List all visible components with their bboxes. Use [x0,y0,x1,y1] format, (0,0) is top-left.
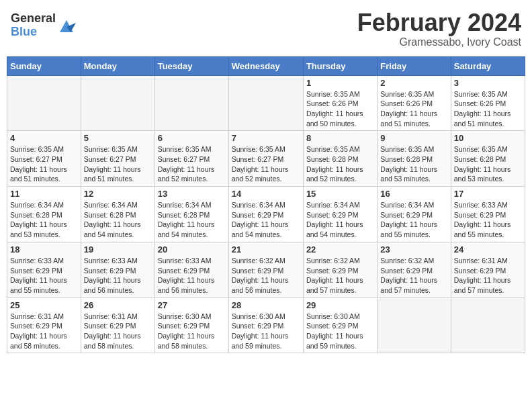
day-number: 8 [306,133,374,143]
day-info: Sunrise: 6:32 AM Sunset: 6:29 PM Dayligh… [232,256,300,295]
calendar-cell: 26Sunrise: 6:31 AM Sunset: 6:29 PM Dayli… [81,298,154,353]
month-title: February 2024 [357,9,521,36]
calendar-cell [228,75,303,131]
day-number: 1 [306,78,374,88]
day-number: 21 [232,244,300,255]
day-info: Sunrise: 6:35 AM Sunset: 6:27 PM Dayligh… [10,144,78,184]
calendar-cell: 25Sunrise: 6:31 AM Sunset: 6:29 PM Dayli… [7,298,81,353]
day-info: Sunrise: 6:35 AM Sunset: 6:26 PM Dayligh… [380,89,447,129]
page-header: General Blue February 2024 Gramessabo, I… [7,7,525,51]
calendar-cell: 28Sunrise: 6:30 AM Sunset: 6:29 PM Dayli… [228,298,303,353]
calendar-cell: 29Sunrise: 6:30 AM Sunset: 6:29 PM Dayli… [303,298,377,353]
calendar-table: SundayMondayTuesdayWednesdayThursdayFrid… [7,56,525,354]
calendar-cell: 16Sunrise: 6:34 AM Sunset: 6:29 PM Dayli… [378,187,451,242]
day-info: Sunrise: 6:34 AM Sunset: 6:29 PM Dayligh… [380,200,447,240]
title-area: February 2024 Gramessabo, Ivory Coast [357,9,521,48]
calendar-cell: 20Sunrise: 6:33 AM Sunset: 6:29 PM Dayli… [154,242,228,298]
weekday-header: Friday [378,56,451,75]
calendar-cell: 22Sunrise: 6:32 AM Sunset: 6:29 PM Dayli… [303,242,377,298]
calendar-cell [81,75,154,131]
day-info: Sunrise: 6:33 AM Sunset: 6:29 PM Dayligh… [10,256,78,295]
logo-blue: Blue [11,26,56,39]
day-info: Sunrise: 6:35 AM Sunset: 6:28 PM Dayligh… [454,144,522,184]
day-info: Sunrise: 6:35 AM Sunset: 6:26 PM Dayligh… [306,89,374,129]
calendar-header-row: SundayMondayTuesdayWednesdayThursdayFrid… [7,56,525,75]
day-info: Sunrise: 6:33 AM Sunset: 6:29 PM Dayligh… [158,256,226,295]
calendar-cell: 2Sunrise: 6:35 AM Sunset: 6:26 PM Daylig… [378,75,451,131]
calendar-cell: 9Sunrise: 6:35 AM Sunset: 6:28 PM Daylig… [378,131,451,187]
calendar-week-row: 4Sunrise: 6:35 AM Sunset: 6:27 PM Daylig… [7,131,525,187]
calendar-cell [7,75,81,131]
calendar-cell: 19Sunrise: 6:33 AM Sunset: 6:29 PM Dayli… [81,242,154,298]
day-number: 2 [380,78,447,88]
calendar-cell: 4Sunrise: 6:35 AM Sunset: 6:27 PM Daylig… [7,131,81,187]
calendar-cell: 17Sunrise: 6:33 AM Sunset: 6:29 PM Dayli… [451,187,525,242]
calendar-week-row: 1Sunrise: 6:35 AM Sunset: 6:26 PM Daylig… [7,75,525,131]
calendar-cell: 24Sunrise: 6:31 AM Sunset: 6:29 PM Dayli… [451,242,525,298]
day-number: 9 [380,133,447,143]
logo: General Blue [11,12,76,39]
calendar-cell [154,75,228,131]
day-number: 5 [84,133,152,143]
day-info: Sunrise: 6:33 AM Sunset: 6:29 PM Dayligh… [454,200,522,240]
day-number: 27 [158,300,226,310]
day-info: Sunrise: 6:35 AM Sunset: 6:27 PM Dayligh… [232,144,300,184]
calendar-cell: 27Sunrise: 6:30 AM Sunset: 6:29 PM Dayli… [154,298,228,353]
day-number: 29 [306,300,374,310]
calendar-week-row: 18Sunrise: 6:33 AM Sunset: 6:29 PM Dayli… [7,242,525,298]
day-info: Sunrise: 6:34 AM Sunset: 6:28 PM Dayligh… [84,200,152,240]
weekday-header: Saturday [451,56,525,75]
day-number: 11 [10,189,78,199]
day-info: Sunrise: 6:31 AM Sunset: 6:29 PM Dayligh… [84,312,152,351]
day-info: Sunrise: 6:35 AM Sunset: 6:28 PM Dayligh… [380,144,447,184]
day-number: 22 [306,244,374,255]
location: Gramessabo, Ivory Coast [357,36,521,48]
calendar-cell: 1Sunrise: 6:35 AM Sunset: 6:26 PM Daylig… [303,75,377,131]
day-number: 4 [10,133,78,143]
day-number: 13 [158,189,226,199]
day-number: 28 [232,300,300,310]
weekday-header: Sunday [7,56,81,75]
day-number: 26 [84,300,152,310]
logo-general: General [11,12,56,26]
calendar-week-row: 25Sunrise: 6:31 AM Sunset: 6:29 PM Dayli… [7,298,525,353]
calendar-cell: 18Sunrise: 6:33 AM Sunset: 6:29 PM Dayli… [7,242,81,298]
day-number: 17 [454,189,522,199]
day-info: Sunrise: 6:35 AM Sunset: 6:28 PM Dayligh… [306,144,374,184]
calendar-cell [378,298,451,353]
day-number: 20 [158,244,226,255]
day-number: 7 [232,133,300,143]
day-info: Sunrise: 6:30 AM Sunset: 6:29 PM Dayligh… [232,312,300,351]
day-info: Sunrise: 6:31 AM Sunset: 6:29 PM Dayligh… [454,256,522,295]
day-number: 18 [10,244,78,255]
day-number: 6 [158,133,226,143]
calendar-cell: 3Sunrise: 6:35 AM Sunset: 6:26 PM Daylig… [451,75,525,131]
calendar-cell: 23Sunrise: 6:32 AM Sunset: 6:29 PM Dayli… [378,242,451,298]
day-info: Sunrise: 6:34 AM Sunset: 6:28 PM Dayligh… [158,200,226,240]
day-number: 3 [454,78,522,88]
day-info: Sunrise: 6:32 AM Sunset: 6:29 PM Dayligh… [380,256,447,295]
calendar-cell: 10Sunrise: 6:35 AM Sunset: 6:28 PM Dayli… [451,131,525,187]
day-info: Sunrise: 6:34 AM Sunset: 6:28 PM Dayligh… [10,200,78,240]
day-info: Sunrise: 6:33 AM Sunset: 6:29 PM Dayligh… [84,256,152,295]
day-info: Sunrise: 6:34 AM Sunset: 6:29 PM Dayligh… [306,200,374,240]
calendar-cell: 13Sunrise: 6:34 AM Sunset: 6:28 PM Dayli… [154,187,228,242]
logo-icon [57,16,76,35]
weekday-header: Thursday [303,56,377,75]
day-info: Sunrise: 6:34 AM Sunset: 6:29 PM Dayligh… [232,200,300,240]
day-number: 23 [380,244,447,255]
calendar-cell: 5Sunrise: 6:35 AM Sunset: 6:27 PM Daylig… [81,131,154,187]
calendar-cell: 14Sunrise: 6:34 AM Sunset: 6:29 PM Dayli… [228,187,303,242]
day-number: 12 [84,189,152,199]
calendar-body: 1Sunrise: 6:35 AM Sunset: 6:26 PM Daylig… [7,75,525,353]
calendar-cell: 21Sunrise: 6:32 AM Sunset: 6:29 PM Dayli… [228,242,303,298]
calendar-cell: 12Sunrise: 6:34 AM Sunset: 6:28 PM Dayli… [81,187,154,242]
day-info: Sunrise: 6:35 AM Sunset: 6:27 PM Dayligh… [158,144,226,184]
weekday-header: Monday [81,56,154,75]
calendar-cell: 11Sunrise: 6:34 AM Sunset: 6:28 PM Dayli… [7,187,81,242]
day-info: Sunrise: 6:35 AM Sunset: 6:27 PM Dayligh… [84,144,152,184]
calendar-week-row: 11Sunrise: 6:34 AM Sunset: 6:28 PM Dayli… [7,187,525,242]
day-number: 25 [10,300,78,310]
day-number: 15 [306,189,374,199]
day-number: 10 [454,133,522,143]
